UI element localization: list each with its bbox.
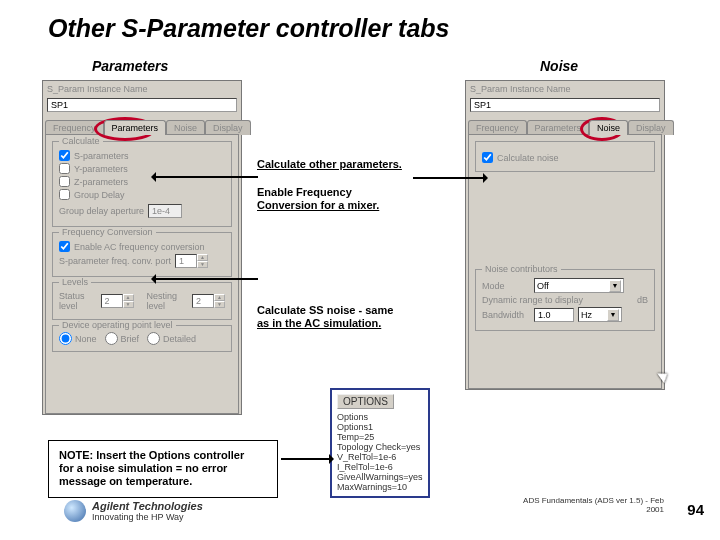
label-status-level: Status level: [59, 291, 97, 311]
tab-parameters[interactable]: Parameters: [104, 120, 167, 135]
spin-up-icon[interactable]: ▲: [197, 254, 208, 261]
label-fc-port: S-parameter freq. conv. port: [59, 256, 171, 266]
panel-header-right: S_Param Instance Name: [466, 81, 664, 96]
radio-brief[interactable]: [105, 332, 118, 345]
brand-name: Agilent Technologies: [92, 500, 203, 512]
callout-freq-conv: Enable FrequencyConversion for a mixer.: [257, 186, 379, 211]
tab-parameters-right[interactable]: Parameters: [527, 120, 590, 135]
label-detailed: Detailed: [163, 334, 196, 344]
label-calc-noise: Calculate noise: [497, 153, 559, 163]
label-nest-level: Nesting level: [146, 291, 188, 311]
noise-panel: S_Param Instance Name SP1 Frequency Para…: [465, 80, 665, 390]
brand-tag: Innovating the HP Way: [92, 512, 184, 522]
group-title-nc: Noise contributors: [482, 264, 561, 274]
checkbox-gdelay[interactable]: [59, 189, 70, 200]
unit-db: dB: [637, 295, 648, 305]
label-aperture: Group delay aperture: [59, 206, 144, 216]
label-gdelay: Group Delay: [74, 190, 125, 200]
slide-title: Other S-Parameter controller tabs: [48, 14, 450, 43]
tabbar-right: Frequency Parameters Noise Display: [466, 116, 664, 134]
chevron-down-icon: ▼: [609, 280, 621, 292]
page-number: 94: [687, 501, 704, 518]
spin-down-icon[interactable]: ▼: [197, 261, 208, 268]
footer-text: ADS Fundamentals (ADS ver 1.5) - Feb 200…: [514, 496, 664, 514]
field-bandwidth[interactable]: 1.0: [534, 308, 574, 322]
chevron-down-icon: ▼: [607, 309, 619, 321]
group-title-calculate: Calculate: [59, 136, 103, 146]
tab-frequency[interactable]: Frequency: [45, 120, 104, 135]
group-calculate: Calculate S-parameters Y-parameters Z-pa…: [52, 141, 232, 227]
options-line: V_RelTol=1e-6: [337, 452, 423, 462]
section-label-parameters: Parameters: [92, 58, 168, 74]
spinner-fc-port[interactable]: 1 ▲▼: [175, 254, 208, 268]
checkbox-yparams[interactable]: [59, 163, 70, 174]
options-line: Options: [337, 412, 423, 422]
section-label-noise: Noise: [540, 58, 578, 74]
label-mode: Mode: [482, 281, 530, 291]
options-line: GiveAllWarnings=yes: [337, 472, 423, 482]
label-bandwidth: Bandwidth: [482, 310, 530, 320]
radio-detailed[interactable]: [147, 332, 160, 345]
tab-display-right[interactable]: Display: [628, 120, 674, 135]
group-freq-conversion: Frequency Conversion Enable AC frequency…: [52, 232, 232, 277]
group-noise-contributors: Noise contributors Mode Off▼ Dynamic ran…: [475, 269, 655, 331]
note-box: NOTE: Insert the Options controllerfor a…: [48, 440, 278, 498]
tab-noise-right[interactable]: Noise: [589, 120, 628, 135]
select-mode[interactable]: Off▼: [534, 278, 624, 293]
checkbox-enable-fc[interactable]: [59, 241, 70, 252]
brand-logo-icon: [64, 500, 86, 522]
options-controller-box: OPTIONS Options Options1 Temp=25 Topolog…: [330, 388, 430, 498]
group-levels: Levels Status level 2▲▼ Nesting level 2▲…: [52, 282, 232, 320]
instance-name-field-left[interactable]: SP1: [47, 98, 237, 112]
spinner-status-level[interactable]: 2▲▼: [101, 294, 134, 308]
label-yparams: Y-parameters: [74, 164, 128, 174]
group-title-fc: Frequency Conversion: [59, 227, 156, 237]
radio-none[interactable]: [59, 332, 72, 345]
select-bw-unit[interactable]: Hz▼: [578, 307, 622, 322]
checkbox-calc-noise[interactable]: [482, 152, 493, 163]
label-brief: Brief: [121, 334, 140, 344]
label-enable-fc: Enable AC frequency conversion: [74, 242, 205, 252]
options-line: Temp=25: [337, 432, 423, 442]
spinner-nest-level[interactable]: 2▲▼: [192, 294, 225, 308]
checkbox-sparams[interactable]: [59, 150, 70, 161]
tab-frequency-right[interactable]: Frequency: [468, 120, 527, 135]
group-calc-noise: Calculate noise: [475, 141, 655, 172]
label-zparams: Z-parameters: [74, 177, 128, 187]
tabbar-left: Frequency Parameters Noise Display: [43, 116, 241, 134]
instance-name-field-right[interactable]: SP1: [470, 98, 660, 112]
options-line: Topology Check=yes: [337, 442, 423, 452]
label-dynamic-range: Dynamic range to display: [482, 295, 583, 305]
checkbox-zparams[interactable]: [59, 176, 70, 187]
parameters-panel: S_Param Instance Name SP1 Frequency Para…: [42, 80, 242, 415]
group-title-levels: Levels: [59, 277, 91, 287]
label-none: None: [75, 334, 97, 344]
group-title-dop: Device operating point level: [59, 320, 176, 330]
footer-brand: Agilent TechnologiesInnovating the HP Wa…: [64, 500, 203, 522]
options-line: MaxWarnings=10: [337, 482, 423, 492]
options-line: I_RelTol=1e-6: [337, 462, 423, 472]
arrow-options: [281, 458, 329, 460]
callout-ss-noise: Calculate SS noise - sameas in the AC si…: [257, 304, 393, 329]
callout-calc-params: Calculate other parameters.: [257, 158, 402, 171]
label-sparams: S-parameters: [74, 151, 129, 161]
group-dop: Device operating point level None Brief …: [52, 325, 232, 352]
options-line: Options1: [337, 422, 423, 432]
options-header: OPTIONS: [337, 394, 394, 409]
panel-header-left: S_Param Instance Name: [43, 81, 241, 96]
tab-display-left[interactable]: Display: [205, 120, 251, 135]
tab-noise-left[interactable]: Noise: [166, 120, 205, 135]
field-aperture[interactable]: 1e-4: [148, 204, 182, 218]
